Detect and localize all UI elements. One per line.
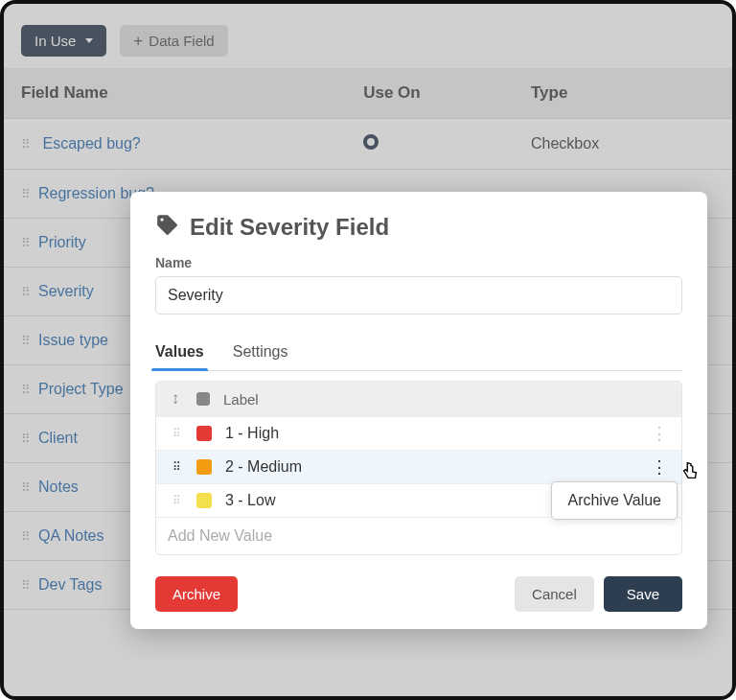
col-header-use: Use On bbox=[346, 68, 514, 119]
use-on-icon bbox=[363, 134, 379, 150]
field-link[interactable]: Client bbox=[38, 430, 78, 446]
save-button[interactable]: Save bbox=[604, 576, 682, 612]
drag-handle-icon[interactable]: ⠿ bbox=[21, 534, 29, 540]
value-label: 3 - Low bbox=[225, 492, 275, 509]
table-row[interactable]: ⠿ Escaped bug? Checkbox bbox=[4, 119, 732, 170]
values-list: ↕ Label ⠿ 1 - High ⋮ ⠿ 2 - Medium ⋮ Arch… bbox=[155, 381, 682, 555]
tab-settings[interactable]: Settings bbox=[233, 334, 288, 370]
tag-icon bbox=[155, 213, 180, 242]
filter-label: In Use bbox=[34, 33, 76, 49]
chevron-down-icon bbox=[85, 38, 93, 43]
value-row[interactable]: ⠿ 2 - Medium ⋮ Archive Value bbox=[156, 450, 681, 483]
sort-icon[interactable]: ↕ bbox=[168, 389, 183, 408]
drag-handle-icon[interactable]: ⠿ bbox=[168, 431, 183, 436]
drag-handle-icon[interactable]: ⠿ bbox=[21, 142, 29, 148]
name-input[interactable] bbox=[155, 276, 682, 315]
archive-value-option[interactable]: Archive Value bbox=[567, 492, 661, 509]
value-row[interactable]: ⠿ 1 - High ⋮ bbox=[156, 416, 681, 450]
color-swatch bbox=[196, 426, 212, 441]
field-link[interactable]: Severity bbox=[38, 283, 94, 299]
add-data-field-button[interactable]: + Data Field bbox=[120, 25, 227, 57]
drag-handle-icon[interactable]: ⠿ bbox=[21, 583, 29, 589]
col-header-type: Type bbox=[514, 68, 732, 119]
drag-handle-icon[interactable]: ⠿ bbox=[21, 338, 29, 344]
field-link[interactable]: QA Notes bbox=[38, 527, 104, 544]
drag-handle-icon[interactable]: ⠿ bbox=[168, 464, 183, 470]
field-link[interactable]: Notes bbox=[38, 478, 79, 495]
drag-handle-icon[interactable]: ⠿ bbox=[21, 485, 29, 491]
drag-handle-icon[interactable]: ⠿ bbox=[21, 192, 29, 198]
value-context-menu: Archive Value bbox=[551, 481, 678, 520]
more-icon[interactable]: ⋮ bbox=[651, 464, 670, 470]
col-header-name: Field Name bbox=[4, 68, 346, 119]
add-value-input[interactable]: Add New Value bbox=[156, 517, 681, 554]
modal-title: Edit Severity Field bbox=[190, 214, 389, 241]
field-link[interactable]: Escaped bug? bbox=[42, 135, 140, 152]
field-link[interactable]: Dev Tags bbox=[38, 576, 102, 593]
color-swatch bbox=[196, 459, 212, 475]
field-link[interactable]: Project Type bbox=[38, 381, 124, 397]
field-type: Checkbox bbox=[514, 119, 732, 170]
color-swatch bbox=[196, 493, 212, 508]
cancel-button[interactable]: Cancel bbox=[515, 576, 594, 612]
add-data-field-label: Data Field bbox=[149, 33, 214, 49]
field-link[interactable]: Issue type bbox=[38, 332, 108, 348]
drag-handle-icon[interactable]: ⠿ bbox=[21, 387, 29, 393]
field-link[interactable]: Priority bbox=[38, 234, 86, 250]
name-label: Name bbox=[155, 255, 682, 270]
select-all-checkbox[interactable] bbox=[196, 392, 210, 406]
drag-handle-icon[interactable]: ⠿ bbox=[21, 290, 29, 295]
more-icon[interactable]: ⋮ bbox=[651, 431, 670, 436]
label-column-header: Label bbox=[223, 391, 259, 408]
drag-handle-icon[interactable]: ⠿ bbox=[21, 436, 29, 442]
value-label: 2 - Medium bbox=[225, 458, 302, 476]
value-label: 1 - High bbox=[225, 425, 279, 442]
edit-field-modal: Edit Severity Field Name Values Settings… bbox=[130, 192, 707, 629]
filter-in-use-button[interactable]: In Use bbox=[21, 25, 106, 57]
plus-icon: + bbox=[133, 33, 143, 49]
cursor-pointer-icon bbox=[679, 460, 701, 481]
drag-handle-icon[interactable]: ⠿ bbox=[21, 241, 29, 246]
archive-button[interactable]: Archive bbox=[155, 576, 238, 612]
drag-handle-icon[interactable]: ⠿ bbox=[168, 498, 183, 503]
tab-values[interactable]: Values bbox=[155, 334, 204, 370]
